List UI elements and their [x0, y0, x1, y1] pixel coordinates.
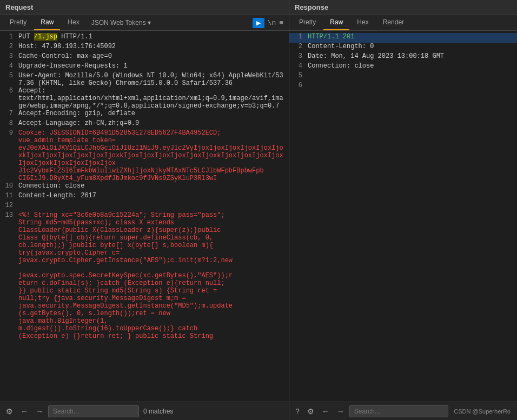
chevron-down-icon: [148, 19, 151, 26]
request-line-13: 13 <%! String xc="3c6e0b8a9c15224a"; Str…: [0, 211, 289, 340]
request-line-2: 2 Host: 47.98.193.176:45092: [0, 43, 289, 52]
wrap-icon[interactable]: \n: [268, 19, 276, 27]
request-line-7: 7 Accept-Encoding: gzip, deflate: [0, 110, 289, 119]
response-back-button[interactable]: ←: [319, 405, 332, 417]
tab-raw-response[interactable]: Raw: [323, 15, 349, 30]
tab-raw-request[interactable]: Raw: [34, 15, 60, 30]
request-footer: ⚙ ← → 0 matches: [0, 402, 289, 420]
request-search-input[interactable]: [48, 405, 139, 417]
request-footer-panel: ⚙ ← → 0 matches: [0, 402, 178, 420]
request-panel: Request Pretty Raw Hex JSON Web Tokens ▶…: [0, 0, 289, 420]
response-line-1: 1 HTTP/1.1 201: [289, 33, 517, 43]
request-line-6: 6 Accept: text/html,application/xhtml+xm…: [0, 87, 289, 110]
tab-render-response[interactable]: Render: [376, 15, 410, 30]
request-line-4: 4 Upgrade-Insecure-Requests: 1: [0, 62, 289, 72]
response-search-input[interactable]: [349, 405, 448, 417]
send-button[interactable]: ▶: [253, 18, 264, 28]
request-match-count: 0 matches: [141, 408, 175, 415]
response-content: 1 HTTP/1.1 201 2 Content-Length: 0 3 Dat…: [289, 31, 517, 402]
url-highlight: /1.jsp: [34, 33, 57, 41]
response-panel: Response Pretty Raw Hex Render 1 HTTP/1.…: [289, 0, 517, 420]
response-footer: ? ⚙ ← → CSDN @SuperherRo: [289, 402, 517, 420]
tab-hex-request[interactable]: Hex: [61, 15, 85, 30]
response-settings-button[interactable]: ⚙: [304, 405, 317, 417]
response-line-2: 2 Content-Length: 0: [289, 43, 517, 52]
response-help-button[interactable]: ?: [293, 405, 302, 417]
tab-pretty-request[interactable]: Pretty: [3, 15, 33, 30]
request-line-11: 11 Content-Length: 2617: [0, 192, 289, 202]
response-line-3: 3 Date: Mon, 14 Aug 2023 13:00:18 GMT: [289, 52, 517, 62]
response-panel-title: Response: [289, 0, 517, 15]
response-line-6: 6: [289, 82, 517, 91]
request-toolbar: ▶ \n ≡: [253, 18, 286, 28]
tab-hex-response[interactable]: Hex: [350, 15, 375, 30]
request-content: 1 PUT /1.jsp HTTP/1.1 2 Host: 47.98.193.…: [0, 31, 289, 402]
tab-pretty-response[interactable]: Pretty: [293, 15, 322, 30]
csdn-watermark: CSDN @SuperherRo: [450, 408, 514, 415]
request-line-9: 9 Cookie: JSESSIONID=6B491D52853E278ED56…: [0, 129, 289, 182]
request-panel-title: Request: [0, 0, 289, 15]
request-line-8: 8 Accept-Language: zh-CN,zh;q=0.9: [0, 119, 289, 129]
request-settings-button[interactable]: ⚙: [3, 405, 16, 417]
response-line-4: 4 Connection: close: [289, 62, 517, 72]
request-forward-button[interactable]: →: [33, 405, 46, 417]
request-line-12: 12: [0, 202, 289, 211]
response-line-5: 5: [289, 72, 517, 82]
response-tab-bar: Pretty Raw Hex Render: [289, 15, 517, 31]
tab-jwt-request[interactable]: JSON Web Tokens: [87, 16, 155, 30]
request-line-10: 10 Connection: close: [0, 182, 289, 192]
request-line-3: 3 Cache-Control: max-age=0: [0, 52, 289, 62]
request-line-5: 5 User-Agent: Mozilla/5.0 (Windows NT 10…: [0, 72, 289, 87]
response-forward-button[interactable]: →: [334, 405, 347, 417]
response-footer-panel: ? ⚙ ← → CSDN @SuperherRo: [289, 402, 517, 420]
request-tab-bar: Pretty Raw Hex JSON Web Tokens ▶ \n ≡: [0, 15, 289, 31]
request-back-button[interactable]: ←: [18, 405, 31, 417]
request-line-1: 1 PUT /1.jsp HTTP/1.1: [0, 33, 289, 43]
menu-icon[interactable]: ≡: [279, 19, 283, 27]
